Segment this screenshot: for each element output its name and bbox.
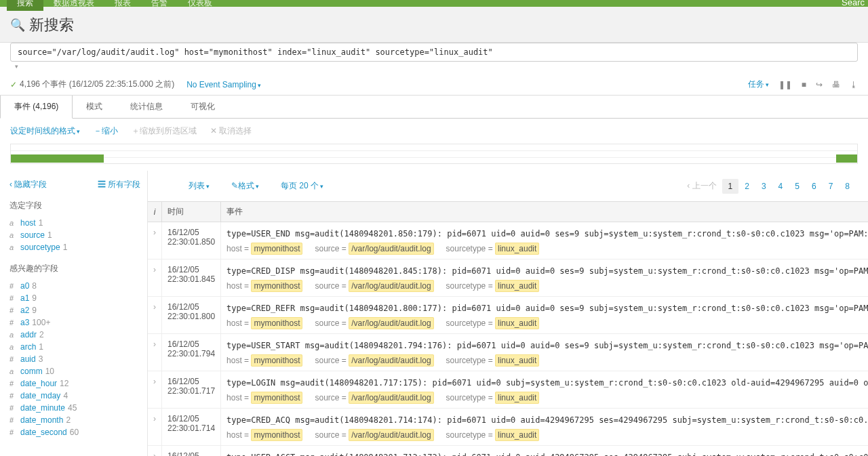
field-type-icon: a xyxy=(9,343,18,351)
expand-row[interactable]: › xyxy=(148,260,162,297)
expand-row[interactable]: › xyxy=(148,446,162,457)
field-name: arch xyxy=(20,342,36,352)
expand-row[interactable]: › xyxy=(148,222,162,260)
meta-source[interactable]: /var/log/audit/audit.log xyxy=(349,317,433,329)
meta-source[interactable]: /var/log/audit/audit.log xyxy=(349,354,433,367)
field-item[interactable]: #date_mday 4 xyxy=(9,390,140,402)
page-3[interactable]: 3 xyxy=(755,179,772,194)
timeline-chart[interactable] xyxy=(10,144,858,164)
meta-host[interactable]: mymonithost xyxy=(251,317,302,329)
event-raw[interactable]: type=USER_END msg=audit(1480948201.850:1… xyxy=(226,228,868,240)
nav-alerts[interactable]: 告警 xyxy=(141,0,178,11)
share-button[interactable]: ↪ xyxy=(816,80,823,89)
field-item[interactable]: #a3 100+ xyxy=(9,316,140,329)
field-item[interactable]: #date_second 60 xyxy=(9,426,140,438)
interesting-fields-title: 感兴趣的字段 xyxy=(9,263,140,274)
tab-events[interactable]: 事件 (4,196) xyxy=(0,96,73,119)
meta-sourcetype[interactable]: linux_audit xyxy=(495,354,539,367)
field-item[interactable]: asourcetype 1 xyxy=(9,241,140,253)
tab-patterns[interactable]: 模式 xyxy=(73,96,117,118)
meta-host[interactable]: mymonithost xyxy=(251,392,302,404)
page-6[interactable]: 6 xyxy=(806,179,823,194)
field-item[interactable]: #a0 8 xyxy=(9,280,140,292)
search-input[interactable]: source="/var/log/audit/audit.log" host="… xyxy=(10,43,858,62)
meta-sourcetype[interactable]: linux_audit xyxy=(495,392,539,404)
expand-row[interactable]: › xyxy=(148,334,162,371)
event-raw[interactable]: type=USER_START msg=audit(1480948201.794… xyxy=(226,339,868,352)
meta-host[interactable]: mymonithost xyxy=(251,429,302,441)
meta-sourcetype[interactable]: linux_audit xyxy=(495,317,539,329)
tab-visualization[interactable]: 可视化 xyxy=(177,96,229,118)
field-item[interactable]: #date_month 2 xyxy=(9,414,140,426)
field-item[interactable]: ahost 1 xyxy=(9,217,140,229)
meta-host[interactable]: mymonithost xyxy=(251,354,302,367)
event-raw[interactable]: type=CRED_DISP msg=audit(1480948201.845:… xyxy=(226,265,868,277)
list-mode[interactable]: 列表▾ xyxy=(189,180,210,192)
field-item[interactable]: #auid 3 xyxy=(9,353,140,365)
field-name: date_hour xyxy=(20,379,57,388)
meta-label-source: source = xyxy=(315,430,349,440)
meta-source[interactable]: /var/log/audit/audit.log xyxy=(349,392,433,404)
meta-sourcetype[interactable]: linux_audit xyxy=(495,429,539,441)
field-item[interactable]: #date_minute 45 xyxy=(9,402,140,414)
field-item[interactable]: #a2 9 xyxy=(9,304,140,316)
col-header-i[interactable]: i xyxy=(148,202,162,222)
status-actions: 任务▾ ❚❚ ■ ↪ 🖶 ⭳ xyxy=(748,79,858,90)
download-button[interactable]: ⭳ xyxy=(850,80,858,89)
field-count: 9 xyxy=(32,293,37,303)
page-title: 新搜索 xyxy=(29,15,74,35)
field-type-icon: # xyxy=(9,428,18,436)
meta-host[interactable]: mymonithost xyxy=(251,243,302,255)
event-raw[interactable]: type=CRED_ACQ msg=audit(1480948201.714:1… xyxy=(226,414,868,426)
hide-fields[interactable]: ‹ 隐藏字段 xyxy=(9,179,47,190)
field-type-icon: # xyxy=(9,416,18,424)
page-1[interactable]: 1 xyxy=(722,179,739,194)
field-type-icon: # xyxy=(9,306,18,314)
page-8[interactable]: 8 xyxy=(839,179,856,194)
event-raw[interactable]: type=CRED_REFR msg=audit(1480948201.800:… xyxy=(226,302,868,314)
meta-source[interactable]: /var/log/audit/audit.log xyxy=(349,429,433,441)
event-time: 16/12/0522:30:01.850 xyxy=(162,222,221,260)
col-header-event[interactable]: 事件 xyxy=(221,202,868,222)
zoom-out[interactable]: －缩小 xyxy=(94,125,118,137)
event-raw[interactable]: type=USER_ACCT msg=audit(1480948201.713:… xyxy=(226,451,868,456)
timeline-format[interactable]: 设定时间线的格式▾ xyxy=(10,125,80,137)
field-item[interactable]: #date_hour 12 xyxy=(9,377,140,390)
page-2[interactable]: 2 xyxy=(738,179,755,194)
meta-host[interactable]: mymonithost xyxy=(251,280,302,292)
stop-button[interactable]: ■ xyxy=(802,80,806,89)
meta-sourcetype[interactable]: linux_audit xyxy=(495,243,539,255)
nav-dashboards[interactable]: 仪表板 xyxy=(178,0,222,11)
field-item[interactable]: #a1 9 xyxy=(9,292,140,304)
meta-source[interactable]: /var/log/audit/audit.log xyxy=(349,280,433,292)
col-header-time[interactable]: 时间 xyxy=(162,202,221,222)
page-4[interactable]: 4 xyxy=(772,179,789,194)
event-row: › 16/12/0522:30:01.713 type=USER_ACCT ms… xyxy=(148,446,868,457)
pause-button[interactable]: ❚❚ xyxy=(778,80,792,89)
nav-search[interactable]: 搜索 xyxy=(7,0,43,11)
nav-pivot[interactable]: 数据透视表 xyxy=(43,0,104,11)
selected-fields-title: 选定字段 xyxy=(9,200,140,211)
field-item[interactable]: asource 1 xyxy=(9,229,140,241)
print-button[interactable]: 🖶 xyxy=(832,80,840,89)
event-raw[interactable]: type=LOGIN msg=audit(1480948201.717:175)… xyxy=(226,377,868,389)
per-page[interactable]: 每页 20 个▾ xyxy=(281,180,323,192)
search-expand-toggle[interactable]: ▾ xyxy=(15,63,858,70)
tab-statistics[interactable]: 统计信息 xyxy=(117,96,177,118)
field-item[interactable]: acomm 10 xyxy=(9,365,140,377)
nav-reports[interactable]: 报表 xyxy=(104,0,141,11)
expand-row[interactable]: › xyxy=(148,371,162,409)
expand-row[interactable]: › xyxy=(148,297,162,334)
expand-row[interactable]: › xyxy=(148,409,162,446)
field-item[interactable]: aarch 1 xyxy=(9,341,140,353)
format-mode[interactable]: ✎格式▾ xyxy=(231,180,259,192)
jobs-dropdown[interactable]: 任务▾ xyxy=(748,79,769,90)
meta-sourcetype[interactable]: linux_audit xyxy=(495,280,539,292)
meta-label-source: source = xyxy=(315,318,349,328)
all-fields[interactable]: ☰ 所有字段 xyxy=(98,179,140,190)
page-5[interactable]: 5 xyxy=(789,179,806,194)
sampling-dropdown[interactable]: No Event Sampling▾ xyxy=(186,80,261,89)
meta-source[interactable]: /var/log/audit/audit.log xyxy=(349,243,433,255)
page-7[interactable]: 7 xyxy=(823,179,840,194)
field-item[interactable]: aaddr 2 xyxy=(9,329,140,341)
